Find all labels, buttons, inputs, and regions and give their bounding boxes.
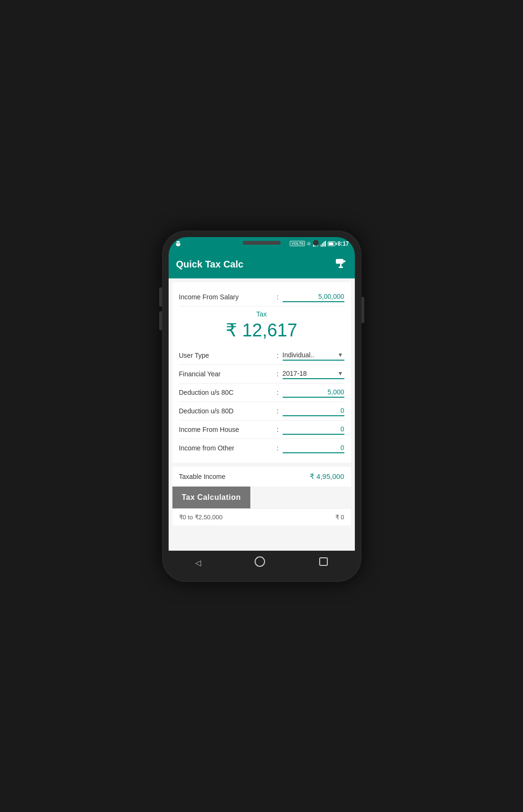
income-salary-input[interactable] xyxy=(283,292,344,302)
recents-square-icon xyxy=(319,557,328,566)
volume-down-button[interactable] xyxy=(159,311,162,330)
tax-label: Tax xyxy=(179,310,344,318)
user-type-colon: : xyxy=(277,352,279,359)
status-left xyxy=(174,240,182,248)
volume-up-button[interactable] xyxy=(159,287,162,306)
recents-button[interactable] xyxy=(310,554,337,571)
svg-rect-11 xyxy=(342,260,345,262)
slab-value: ₹ 0 xyxy=(335,514,344,521)
svg-rect-8 xyxy=(323,242,324,247)
income-salary-label: Income From Salary xyxy=(179,293,273,301)
app-content: Income From Salary : Tax ₹ 12,617 User T… xyxy=(169,278,355,551)
income-salary-row: Income From Salary : xyxy=(179,288,344,306)
user-type-select-wrapper: Individual.. Senior Citizen Super Senior… xyxy=(283,350,344,361)
financial-year-label: Financial Year xyxy=(179,370,273,378)
nav-bar: ◁ xyxy=(169,551,355,575)
app-title: Quick Tax Calc xyxy=(176,259,244,270)
home-button[interactable] xyxy=(245,554,275,572)
taxable-income-label: Taxable Income xyxy=(179,473,226,480)
home-circle-icon xyxy=(255,556,265,567)
phone-frame: VOLTE ⊘ xyxy=(162,230,361,582)
income-other-colon: : xyxy=(277,444,279,452)
battery-icon xyxy=(328,241,335,246)
svg-rect-5 xyxy=(317,241,318,247)
status-right: VOLTE ⊘ xyxy=(290,240,349,247)
taxable-income-value: ₹ 4,95,000 xyxy=(310,472,344,481)
clear-button[interactable] xyxy=(334,256,347,273)
deduction-80d-colon: : xyxy=(277,407,279,415)
slab-row: ₹0 to ₹2,50,000 ₹ 0 xyxy=(172,508,351,525)
signal-icon-1 xyxy=(313,241,318,247)
taxable-income-row: Taxable Income ₹ 4,95,000 xyxy=(172,467,351,487)
svg-rect-9 xyxy=(325,241,326,247)
signal-icon-2 xyxy=(320,241,326,247)
user-type-select[interactable]: Individual.. Senior Citizen Super Senior xyxy=(283,350,344,360)
svg-rect-13 xyxy=(339,267,343,268)
income-other-row: Income from Other : xyxy=(179,439,344,457)
svg-rect-4 xyxy=(316,242,317,247)
income-house-input[interactable] xyxy=(283,424,344,435)
income-house-colon: : xyxy=(277,426,279,433)
financial-year-row: Financial Year : 2017-18 2016-17 2015-16… xyxy=(179,365,344,383)
tax-amount: ₹ 12,617 xyxy=(179,320,344,341)
slab-label: ₹0 to ₹2,50,000 xyxy=(179,514,223,521)
form-card: Income From Salary : Tax ₹ 12,617 User T… xyxy=(172,282,351,463)
tax-display: Tax ₹ 12,617 xyxy=(179,306,344,346)
deduction-80d-label: Deduction u/s 80D xyxy=(179,407,273,415)
android-icon xyxy=(174,240,182,248)
income-house-row: Income From House : xyxy=(179,420,344,439)
clear-icon-svg xyxy=(334,256,347,269)
deduction-80d-input[interactable] xyxy=(283,406,344,416)
financial-year-select-wrapper: 2017-18 2016-17 2015-16 ▼ xyxy=(283,369,344,379)
svg-rect-2 xyxy=(313,245,314,247)
deduction-80c-input[interactable] xyxy=(283,387,344,398)
financial-year-select[interactable]: 2017-18 2016-17 2015-16 xyxy=(283,369,344,378)
income-house-label: Income From House xyxy=(179,426,273,433)
svg-rect-10 xyxy=(336,259,343,264)
tax-calculation-button[interactable]: Tax Calculation xyxy=(172,487,251,508)
svg-rect-7 xyxy=(322,243,323,247)
status-bar: VOLTE ⊘ xyxy=(169,237,355,250)
app-header: Quick Tax Calc xyxy=(169,250,355,278)
income-salary-colon: : xyxy=(277,293,279,301)
deduction-80c-row: Deduction u/s 80C : xyxy=(179,383,344,402)
deduction-80d-row: Deduction u/s 80D : xyxy=(179,402,344,420)
time-display: 8:17 xyxy=(337,240,349,247)
income-other-label: Income from Other xyxy=(179,444,273,452)
user-type-row: User Type : Individual.. Senior Citizen … xyxy=(179,346,344,365)
phone-screen: VOLTE ⊘ xyxy=(169,237,355,575)
svg-rect-6 xyxy=(321,245,322,247)
back-button[interactable]: ◁ xyxy=(186,555,210,570)
financial-year-colon: : xyxy=(277,370,279,378)
user-type-label: User Type xyxy=(179,352,273,359)
power-button[interactable] xyxy=(361,297,364,323)
income-other-input[interactable] xyxy=(283,443,344,453)
signal-crossed-icon: ⊘ xyxy=(307,241,311,246)
deduction-80c-colon: : xyxy=(277,389,279,396)
deduction-80c-label: Deduction u/s 80C xyxy=(179,389,273,396)
volte-badge: VOLTE xyxy=(290,241,305,246)
svg-rect-3 xyxy=(314,243,315,247)
